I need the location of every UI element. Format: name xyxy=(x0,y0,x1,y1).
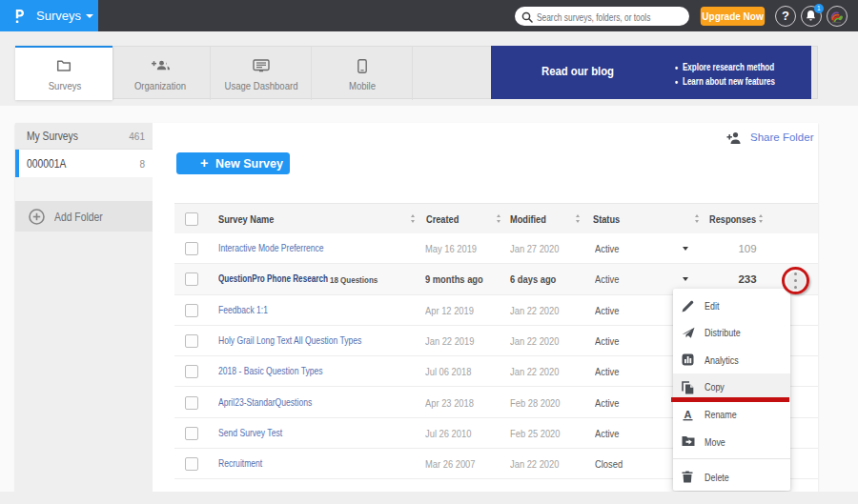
svg-text:A: A xyxy=(684,409,692,420)
